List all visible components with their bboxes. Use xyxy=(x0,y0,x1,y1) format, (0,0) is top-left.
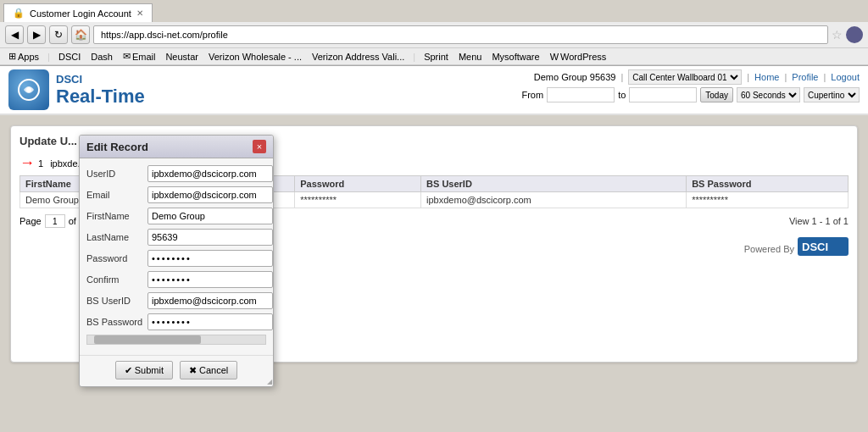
bookmark-dash[interactable]: Dash xyxy=(87,51,116,63)
bookmark-mysoftware-label: Mysoftware xyxy=(492,52,539,62)
modal-close-button[interactable]: × xyxy=(253,140,266,153)
password-input[interactable]: password xyxy=(147,250,273,267)
scrollbar-thumb xyxy=(94,335,201,344)
browser-chrome: 🔒 Customer Login Account ✕ ◀ ▶ ↻ 🏠 ☆ ⊞ A… xyxy=(0,0,868,66)
modal-title: Edit Record xyxy=(86,141,148,153)
tab-bar: 🔒 Customer Login Account ✕ xyxy=(0,0,868,22)
wallboard-select[interactable]: Call Center Wallboard 01 xyxy=(628,69,742,85)
col-bs-userid: BS UserID xyxy=(421,176,687,192)
lastname-input[interactable]: 95639 xyxy=(147,229,273,246)
nav-bar: ◀ ▶ ↻ 🏠 ☆ xyxy=(0,22,868,48)
bs-userid-label: BS UserID xyxy=(86,296,147,306)
col-bs-password: BS Password xyxy=(687,176,849,192)
bookmark-menu[interactable]: Menu xyxy=(455,51,486,63)
view-info: View 1 - 1 of 1 xyxy=(789,216,849,226)
bookmark-menu-label: Menu xyxy=(459,52,482,62)
bs-password-input[interactable]: password xyxy=(147,313,273,330)
svg-text:DSCI: DSCI xyxy=(802,241,828,253)
bookmark-neustar[interactable]: Neustar xyxy=(162,51,202,63)
logo-icon xyxy=(8,69,49,110)
bookmark-apps[interactable]: ⊞ Apps xyxy=(5,50,42,63)
bookmark-sprint[interactable]: Sprint xyxy=(420,51,452,63)
browser-tab[interactable]: 🔒 Customer Login Account ✕ xyxy=(3,3,153,22)
header-bottom-row: From to Today 60 Seconds Cupertino xyxy=(521,87,860,102)
browser-menu-icon[interactable] xyxy=(846,26,863,43)
bs-userid-input[interactable]: ipbxdemo@dscicorp.com xyxy=(147,292,273,309)
location-select[interactable]: Cupertino xyxy=(804,87,860,102)
email-input[interactable]: ipbxdemo@dscicorp.com xyxy=(147,186,273,203)
modal-footer: ✔ Submit ✖ Cancel xyxy=(80,355,273,386)
home-link[interactable]: Home xyxy=(754,72,779,82)
bookmark-dsci[interactable]: DSCI xyxy=(55,51,84,63)
home-button[interactable]: 🏠 xyxy=(71,25,90,44)
dsci-brand-logo: DSCI xyxy=(798,237,849,260)
logo-dsci-label: DSCI xyxy=(56,73,145,86)
cell-bs-password: ********** xyxy=(687,192,849,208)
svg-point-1 xyxy=(26,87,31,92)
cancel-icon: ✖ xyxy=(189,365,197,376)
submit-label: Submit xyxy=(135,365,164,375)
bookmark-email[interactable]: ✉ Email xyxy=(120,50,159,63)
bookmark-wordpress[interactable]: W WordPress xyxy=(547,51,610,63)
bookmark-neustar-label: Neustar xyxy=(165,52,198,62)
to-date-input[interactable] xyxy=(629,87,697,102)
confirm-label: Confirm xyxy=(86,274,147,285)
bookmark-mysoftware[interactable]: Mysoftware xyxy=(488,51,542,63)
refresh-button[interactable]: ↻ xyxy=(49,25,68,44)
password-label: Password xyxy=(86,253,147,263)
tab-close-button[interactable]: ✕ xyxy=(136,8,143,18)
bookmarks-bar: ⊞ Apps | DSCI Dash ✉ Email Neustar Veriz… xyxy=(0,48,868,65)
logout-link[interactable]: Logout xyxy=(831,72,860,82)
from-label: From xyxy=(521,90,543,100)
bookmark-email-label: Email xyxy=(132,52,156,62)
of-label: of xyxy=(69,216,76,226)
forward-button[interactable]: ▶ xyxy=(27,25,46,44)
bookmark-wordpress-label: WordPress xyxy=(560,52,606,62)
userid-label: UserID xyxy=(86,169,147,179)
tab-icon: 🔒 xyxy=(13,8,25,19)
submit-button[interactable]: ✔ Submit xyxy=(115,361,173,379)
logo-realtime-label: Real-Time xyxy=(56,86,145,108)
page-number-input[interactable]: 1 xyxy=(45,214,65,228)
cancel-button[interactable]: ✖ Cancel xyxy=(180,361,237,379)
bookmark-verizon-wholesale[interactable]: Verizon Wholesale - ... xyxy=(205,51,305,63)
page-label: Page xyxy=(19,216,42,226)
red-arrow-icon: → xyxy=(19,154,35,172)
horizontal-scrollbar[interactable] xyxy=(86,335,266,345)
lastname-label: LastName xyxy=(86,232,147,242)
seconds-select[interactable]: 60 Seconds xyxy=(737,87,800,102)
col-password: Password xyxy=(295,176,421,192)
email-icon: ✉ xyxy=(123,51,131,62)
resize-handle[interactable] xyxy=(264,378,273,386)
modal-body: UserID ipbxdemo@dscicorp.com Email ipbxd… xyxy=(80,158,273,355)
bookmark-star-icon[interactable]: ☆ xyxy=(832,28,843,42)
bookmark-verizon-wholesale-label: Verizon Wholesale - ... xyxy=(209,52,302,62)
from-date-input[interactable] xyxy=(547,87,615,102)
userid-input[interactable]: ipbxdemo@dscicorp.com xyxy=(147,165,273,182)
firstname-row: FirstName Demo Group xyxy=(86,208,266,224)
bookmark-apps-label: Apps xyxy=(18,52,39,62)
separator: | xyxy=(413,52,415,62)
back-button[interactable]: ◀ xyxy=(5,25,24,44)
confirm-row: Confirm password xyxy=(86,271,266,288)
bookmark-verizon-address[interactable]: Verizon Address Vali... xyxy=(309,51,408,63)
row-number: 1 xyxy=(38,158,43,169)
cell-bs-userid: ipbxdemo@dscicorp.com xyxy=(421,192,687,208)
header-right: Demo Group 95639 | Call Center Wallboard… xyxy=(521,69,860,110)
address-bar[interactable] xyxy=(93,25,828,44)
bookmark-sprint-label: Sprint xyxy=(424,52,448,62)
powered-by-label: Powered By xyxy=(744,244,794,254)
firstname-label: FirstName xyxy=(86,211,147,221)
cancel-label: Cancel xyxy=(199,365,228,375)
main-content: Update U... → 1 ipbxde... ✎ ✖ ⧉ FirstNam… xyxy=(0,115,868,432)
to-label: to xyxy=(618,90,626,100)
userid-row: UserID ipbxdemo@dscicorp.com xyxy=(86,165,266,182)
today-button[interactable]: Today xyxy=(700,87,733,102)
profile-link[interactable]: Profile xyxy=(792,72,818,82)
bookmark-dsci-label: DSCI xyxy=(58,52,81,62)
dsci-logo-svg: DSCI xyxy=(798,237,849,256)
firstname-input[interactable]: Demo Group xyxy=(147,208,273,224)
confirm-input[interactable]: password xyxy=(147,271,273,288)
bs-password-row: BS Password password xyxy=(86,313,266,330)
cell-password: ********** xyxy=(295,192,421,208)
